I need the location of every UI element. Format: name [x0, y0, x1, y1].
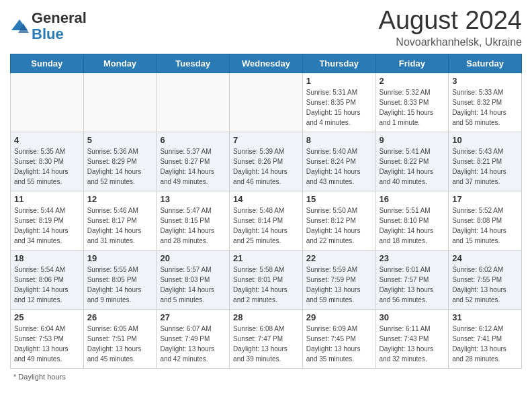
day-info: Sunrise: 5:40 AMSunset: 8:24 PMDaylight:…: [306, 146, 372, 187]
day-info: Sunrise: 5:44 AMSunset: 8:19 PMDaylight:…: [14, 205, 80, 246]
day-number: 26: [87, 312, 153, 322]
calendar-header-row: SundayMondayTuesdayWednesdayThursdayFrid…: [11, 54, 522, 73]
calendar-cell: 20Sunrise: 5:57 AMSunset: 8:03 PMDayligh…: [157, 250, 230, 309]
calendar-cell: 6Sunrise: 5:37 AMSunset: 8:27 PMDaylight…: [157, 132, 230, 191]
calendar-cell: 1Sunrise: 5:31 AMSunset: 8:35 PMDaylight…: [302, 73, 375, 132]
calendar-week-row: 4Sunrise: 5:35 AMSunset: 8:30 PMDaylight…: [11, 132, 522, 191]
calendar-cell: 24Sunrise: 6:02 AMSunset: 7:55 PMDayligh…: [449, 250, 522, 309]
day-info: Sunrise: 5:52 AMSunset: 8:08 PMDaylight:…: [452, 205, 518, 246]
calendar-table: SundayMondayTuesdayWednesdayThursdayFrid…: [10, 54, 522, 369]
day-info: Sunrise: 5:32 AMSunset: 8:33 PMDaylight:…: [380, 87, 445, 128]
day-number: 10: [452, 135, 518, 145]
calendar-cell: [83, 73, 157, 132]
calendar-cell: 3Sunrise: 5:33 AMSunset: 8:32 PMDaylight…: [449, 73, 522, 132]
calendar-cell: 30Sunrise: 6:11 AMSunset: 7:43 PMDayligh…: [375, 309, 449, 368]
day-info: Sunrise: 5:47 AMSunset: 8:15 PMDaylight:…: [160, 205, 226, 246]
day-info: Sunrise: 6:08 AMSunset: 7:47 PMDaylight:…: [233, 324, 299, 364]
day-number: 23: [380, 253, 445, 263]
calendar-cell: 5Sunrise: 5:36 AMSunset: 8:29 PMDaylight…: [83, 132, 157, 191]
day-info: Sunrise: 6:01 AMSunset: 7:57 PMDaylight:…: [380, 265, 445, 305]
calendar-cell: 8Sunrise: 5:40 AMSunset: 8:24 PMDaylight…: [302, 132, 375, 191]
calendar-cell: 15Sunrise: 5:50 AMSunset: 8:12 PMDayligh…: [302, 191, 375, 250]
calendar-week-row: 25Sunrise: 6:04 AMSunset: 7:53 PMDayligh…: [11, 309, 522, 368]
calendar-day-header: Tuesday: [157, 54, 230, 73]
day-info: Sunrise: 6:02 AMSunset: 7:55 PMDaylight:…: [452, 265, 518, 305]
calendar-cell: 16Sunrise: 5:51 AMSunset: 8:10 PMDayligh…: [375, 191, 449, 250]
day-info: Sunrise: 5:33 AMSunset: 8:32 PMDaylight:…: [452, 87, 518, 128]
calendar-cell: 9Sunrise: 5:41 AMSunset: 8:22 PMDaylight…: [375, 132, 449, 191]
day-info: Sunrise: 5:35 AMSunset: 8:30 PMDaylight:…: [14, 146, 80, 187]
day-info: Sunrise: 5:57 AMSunset: 8:03 PMDaylight:…: [160, 265, 226, 305]
day-number: 25: [14, 312, 80, 322]
logo-blue-text: Blue: [32, 26, 64, 42]
day-number: 30: [380, 312, 445, 322]
calendar-cell: 4Sunrise: 5:35 AMSunset: 8:30 PMDaylight…: [11, 132, 84, 191]
day-info: Sunrise: 6:12 AMSunset: 7:41 PMDaylight:…: [452, 324, 518, 364]
calendar-cell: 22Sunrise: 5:59 AMSunset: 7:59 PMDayligh…: [302, 250, 375, 309]
subtitle: Novoarkhanhelsk, Ukraine: [379, 36, 522, 48]
day-info: Sunrise: 6:09 AMSunset: 7:45 PMDaylight:…: [306, 324, 372, 364]
day-number: 27: [160, 312, 226, 322]
calendar-cell: 26Sunrise: 6:05 AMSunset: 7:51 PMDayligh…: [83, 309, 157, 368]
day-info: Sunrise: 5:59 AMSunset: 7:59 PMDaylight:…: [306, 265, 372, 305]
calendar-cell: 10Sunrise: 5:43 AMSunset: 8:21 PMDayligh…: [449, 132, 522, 191]
day-number: 22: [306, 253, 372, 263]
logo-general-text: General: [32, 9, 87, 26]
calendar-cell: 11Sunrise: 5:44 AMSunset: 8:19 PMDayligh…: [11, 191, 84, 250]
calendar-cell: 18Sunrise: 5:54 AMSunset: 8:06 PMDayligh…: [11, 250, 84, 309]
calendar-day-header: Wednesday: [230, 54, 303, 73]
day-info: Sunrise: 5:55 AMSunset: 8:05 PMDaylight:…: [87, 265, 153, 305]
logo-icon: [10, 17, 29, 36]
day-number: 24: [452, 253, 518, 263]
day-info: Sunrise: 5:51 AMSunset: 8:10 PMDaylight:…: [380, 205, 445, 246]
day-info: Sunrise: 5:46 AMSunset: 8:17 PMDaylight:…: [87, 205, 153, 246]
day-info: Sunrise: 5:48 AMSunset: 8:14 PMDaylight:…: [233, 205, 299, 246]
calendar-day-header: Monday: [83, 54, 157, 73]
calendar-week-row: 18Sunrise: 5:54 AMSunset: 8:06 PMDayligh…: [11, 250, 522, 309]
calendar-week-row: 11Sunrise: 5:44 AMSunset: 8:19 PMDayligh…: [11, 191, 522, 250]
main-title: August 2024: [379, 7, 522, 35]
day-number: 18: [14, 253, 80, 263]
day-number: 1: [306, 76, 372, 86]
day-number: 5: [87, 135, 153, 145]
day-number: 31: [452, 312, 518, 322]
day-number: 9: [380, 135, 445, 145]
day-number: 13: [160, 194, 226, 204]
day-number: 15: [306, 194, 372, 204]
calendar-day-header: Thursday: [302, 54, 375, 73]
calendar-cell: [230, 73, 303, 132]
calendar-cell: 27Sunrise: 6:07 AMSunset: 7:49 PMDayligh…: [157, 309, 230, 368]
calendar-cell: 13Sunrise: 5:47 AMSunset: 8:15 PMDayligh…: [157, 191, 230, 250]
day-info: Sunrise: 5:36 AMSunset: 8:29 PMDaylight:…: [87, 146, 153, 187]
calendar-cell: 21Sunrise: 5:58 AMSunset: 8:01 PMDayligh…: [230, 250, 303, 309]
day-number: 4: [14, 135, 80, 145]
calendar-day-header: Saturday: [449, 54, 522, 73]
day-info: Sunrise: 6:04 AMSunset: 7:53 PMDaylight:…: [14, 324, 80, 364]
calendar-cell: 14Sunrise: 5:48 AMSunset: 8:14 PMDayligh…: [230, 191, 303, 250]
day-number: 14: [233, 194, 299, 204]
day-number: 8: [306, 135, 372, 145]
day-number: 11: [14, 194, 80, 204]
logo: General Blue: [10, 10, 87, 42]
day-info: Sunrise: 6:11 AMSunset: 7:43 PMDaylight:…: [380, 324, 445, 364]
day-number: 16: [380, 194, 445, 204]
calendar-cell: 12Sunrise: 5:46 AMSunset: 8:17 PMDayligh…: [83, 191, 157, 250]
day-info: Sunrise: 5:58 AMSunset: 8:01 PMDaylight:…: [233, 265, 299, 305]
day-number: 6: [160, 135, 226, 145]
day-number: 12: [87, 194, 153, 204]
day-info: Sunrise: 6:07 AMSunset: 7:49 PMDaylight:…: [160, 324, 226, 364]
day-info: Sunrise: 5:39 AMSunset: 8:26 PMDaylight:…: [233, 146, 299, 187]
calendar-cell: [157, 73, 230, 132]
calendar-week-row: 1Sunrise: 5:31 AMSunset: 8:35 PMDaylight…: [11, 73, 522, 132]
day-number: 28: [233, 312, 299, 322]
title-block: August 2024 Novoarkhanhelsk, Ukraine: [379, 7, 522, 48]
day-number: 29: [306, 312, 372, 322]
day-number: 2: [380, 76, 445, 86]
calendar-day-header: Friday: [375, 54, 449, 73]
calendar-cell: 7Sunrise: 5:39 AMSunset: 8:26 PMDaylight…: [230, 132, 303, 191]
calendar-cell: [11, 73, 84, 132]
calendar-cell: 28Sunrise: 6:08 AMSunset: 7:47 PMDayligh…: [230, 309, 303, 368]
day-info: Sunrise: 5:41 AMSunset: 8:22 PMDaylight:…: [380, 146, 445, 187]
header: General Blue August 2024 Novoarkhanhelsk…: [10, 7, 522, 48]
day-number: 19: [87, 253, 153, 263]
